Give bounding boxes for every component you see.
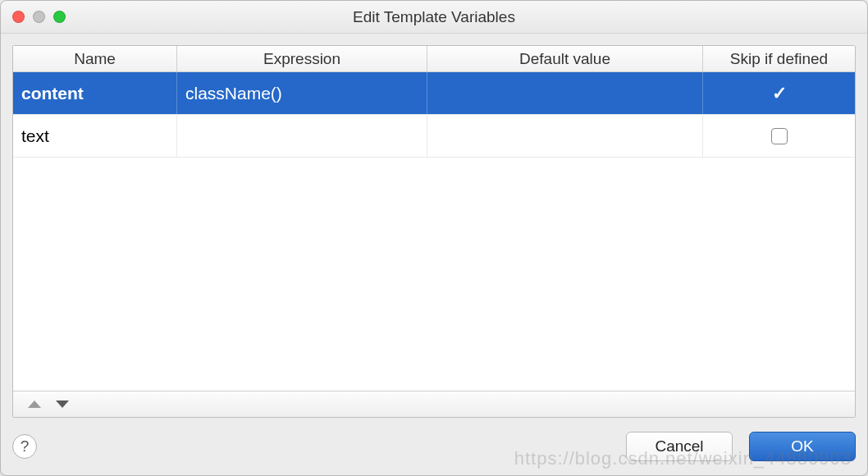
cell-expression[interactable] bbox=[177, 115, 427, 157]
column-header-default-value[interactable]: Default value bbox=[427, 46, 703, 71]
column-header-name[interactable]: Name bbox=[13, 46, 177, 71]
titlebar: Edit Template Variables bbox=[1, 1, 867, 34]
cell-default-value[interactable] bbox=[427, 72, 703, 114]
skip-checkbox[interactable]: ✓ bbox=[771, 85, 788, 102]
dialog-footer: ? Cancel OK bbox=[1, 429, 867, 475]
column-header-skip-if-defined[interactable]: Skip if defined bbox=[703, 46, 855, 71]
table-row[interactable]: content className() ✓ bbox=[13, 72, 855, 115]
table-toolbar bbox=[13, 391, 855, 417]
skip-checkbox[interactable] bbox=[771, 128, 788, 144]
close-window-button[interactable] bbox=[12, 11, 25, 23]
move-up-icon[interactable] bbox=[28, 400, 41, 408]
cell-default-value[interactable] bbox=[427, 115, 703, 157]
table-row[interactable]: text bbox=[13, 115, 855, 158]
window-title: Edit Template Variables bbox=[12, 8, 856, 26]
column-header-expression[interactable]: Expression bbox=[177, 46, 427, 71]
cell-name[interactable]: content bbox=[13, 72, 177, 114]
minimize-window-button[interactable] bbox=[33, 11, 45, 23]
content-area: Name Expression Default value Skip if de… bbox=[1, 34, 867, 429]
maximize-window-button[interactable] bbox=[53, 11, 66, 23]
cell-expression[interactable]: className() bbox=[177, 72, 427, 114]
ok-button[interactable]: OK bbox=[749, 432, 856, 461]
table-header-row: Name Expression Default value Skip if de… bbox=[13, 46, 855, 72]
dialog-window: Edit Template Variables Name Expression … bbox=[0, 0, 868, 476]
variables-table: Name Expression Default value Skip if de… bbox=[12, 45, 856, 418]
cell-skip-if-defined[interactable]: ✓ bbox=[703, 72, 855, 114]
table-body: content className() ✓ text bbox=[13, 72, 855, 391]
move-down-icon[interactable] bbox=[56, 400, 69, 408]
cell-skip-if-defined[interactable] bbox=[703, 115, 855, 157]
help-button[interactable]: ? bbox=[12, 434, 37, 459]
cancel-button[interactable]: Cancel bbox=[626, 432, 733, 461]
checkmark-icon: ✓ bbox=[772, 83, 787, 104]
cell-name[interactable]: text bbox=[13, 115, 177, 157]
traffic-lights bbox=[12, 11, 66, 23]
